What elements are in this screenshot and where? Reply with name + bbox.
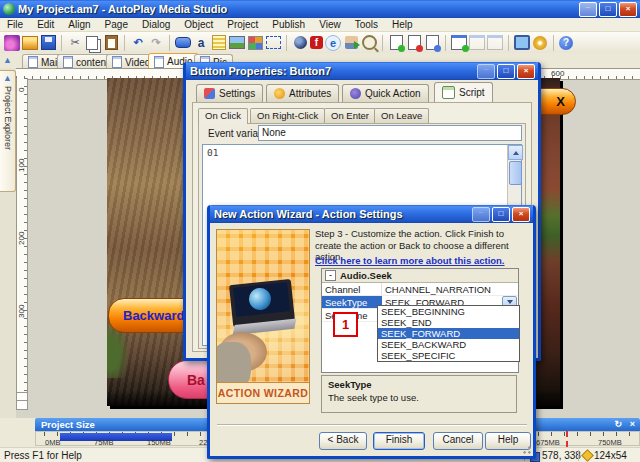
close-button[interactable] bbox=[512, 207, 530, 222]
preview-icon[interactable] bbox=[514, 35, 530, 50]
menu-object[interactable]: Object bbox=[177, 19, 220, 30]
toolbar-separator bbox=[286, 35, 287, 51]
maximize-button[interactable] bbox=[492, 207, 510, 222]
tab-on-click[interactable]: On Click bbox=[198, 108, 248, 124]
new-action-wizard-dialog: New Action Wizard - Action Settings ACTI… bbox=[207, 205, 536, 459]
project-explorer-tab[interactable]: ▲ Project Explorer bbox=[0, 70, 16, 192]
redo-icon[interactable] bbox=[148, 35, 164, 51]
project-explorer-icon: ▲ bbox=[3, 73, 12, 83]
scroll-up-icon[interactable] bbox=[508, 145, 523, 160]
preview-page-icon[interactable] bbox=[426, 35, 439, 50]
web-object-icon[interactable] bbox=[325, 35, 341, 51]
button-properties-title: Button Properties: Button7 bbox=[186, 65, 477, 77]
slideshow-object-icon[interactable] bbox=[345, 36, 358, 49]
property-row-channel[interactable]: Channel CHANNEL_NARRATION bbox=[322, 283, 518, 296]
menu-file[interactable]: File bbox=[0, 19, 30, 30]
resize-grip[interactable] bbox=[523, 446, 531, 454]
copy-icon[interactable] bbox=[86, 36, 98, 50]
gauge-label: 75MB bbox=[94, 438, 114, 447]
minimize-button[interactable] bbox=[477, 64, 495, 79]
label-object-icon[interactable] bbox=[193, 35, 209, 51]
project-pane-toggle-icon[interactable]: ▲ bbox=[3, 55, 12, 65]
property-group-header[interactable]: - Audio.Seek bbox=[322, 269, 518, 283]
add-page-icon[interactable] bbox=[390, 35, 403, 50]
option-seek-end[interactable]: SEEK_END bbox=[378, 317, 519, 328]
collapse-icon[interactable]: - bbox=[325, 270, 336, 281]
autohide-pin-icon[interactable]: ↻ bbox=[614, 419, 622, 429]
paste-icon[interactable] bbox=[105, 35, 118, 50]
ruler-label-300: 300 bbox=[17, 305, 26, 318]
remove-page-icon[interactable] bbox=[408, 35, 421, 50]
menu-align[interactable]: Align bbox=[61, 19, 97, 30]
wizard-titlebar[interactable]: New Action Wizard - Action Settings bbox=[210, 205, 533, 223]
status-separator bbox=[578, 450, 579, 461]
build-icon[interactable] bbox=[533, 36, 547, 50]
ruler-label-600: 600 bbox=[551, 69, 564, 78]
menu-page[interactable]: Page bbox=[98, 19, 135, 30]
flash-object-icon[interactable] bbox=[310, 36, 323, 49]
settings-tab-icon bbox=[204, 88, 215, 99]
menu-view[interactable]: View bbox=[312, 19, 348, 30]
option-seek-forward[interactable]: SEEK_FORWARD bbox=[378, 328, 519, 339]
menu-help[interactable]: Help bbox=[385, 19, 420, 30]
open-icon[interactable] bbox=[22, 36, 38, 50]
ruler-label-200: 200 bbox=[17, 232, 26, 245]
richtext-object-icon[interactable] bbox=[248, 36, 263, 50]
tab-settings[interactable]: Settings bbox=[196, 84, 263, 102]
tab-on-enter[interactable]: On Enter bbox=[324, 108, 376, 123]
cancel-button[interactable]: Cancel bbox=[433, 432, 483, 450]
tab-on-right-click[interactable]: On Right-Click bbox=[250, 108, 325, 123]
menu-tools[interactable]: Tools bbox=[348, 19, 385, 30]
scroll-corner-box[interactable] bbox=[16, 400, 28, 410]
event-variables-field[interactable]: None bbox=[258, 125, 522, 141]
help-icon[interactable] bbox=[559, 36, 573, 50]
minimize-button[interactable] bbox=[579, 2, 597, 17]
remove-dialog-icon bbox=[469, 35, 485, 50]
status-position: 578, 338 bbox=[542, 450, 581, 461]
button-object-icon[interactable] bbox=[175, 37, 191, 48]
tab-attributes[interactable]: Attributes bbox=[266, 84, 339, 102]
scrollbar-thumb[interactable] bbox=[509, 161, 522, 185]
minimize-button[interactable] bbox=[472, 207, 490, 222]
menu-dialog[interactable]: Dialog bbox=[135, 19, 177, 30]
toolbar bbox=[0, 32, 640, 54]
option-seek-backward[interactable]: SEEK_BACKWARD bbox=[378, 339, 519, 350]
image-object-icon[interactable] bbox=[229, 36, 245, 49]
learn-more-link[interactable]: Click here to learn more about this acti… bbox=[315, 255, 505, 266]
option-seek-beginning[interactable]: SEEK_BEGINNING bbox=[378, 306, 519, 317]
tab-on-leave[interactable]: On Leave bbox=[374, 108, 429, 123]
toolbar-separator bbox=[508, 35, 509, 51]
zoom-icon[interactable] bbox=[362, 35, 377, 50]
maximize-button[interactable] bbox=[497, 64, 515, 79]
save-icon[interactable] bbox=[41, 35, 56, 50]
toolbar-separator bbox=[61, 35, 62, 51]
button-properties-titlebar[interactable]: Button Properties: Button7 bbox=[186, 62, 538, 80]
finish-button[interactable]: Finish bbox=[373, 432, 425, 450]
application-window: My Project.am7 - AutoPlay Media Studio F… bbox=[0, 0, 640, 462]
property-description-box: SeekType The seek type to use. bbox=[321, 375, 517, 413]
close-button[interactable] bbox=[619, 2, 637, 17]
cut-icon[interactable] bbox=[67, 35, 83, 51]
restore-button[interactable] bbox=[599, 2, 617, 17]
window-title: My Project.am7 - AutoPlay Media Studio bbox=[0, 3, 579, 15]
size-icon bbox=[581, 449, 594, 462]
panel-close-icon[interactable]: × bbox=[630, 419, 635, 429]
tab-script[interactable]: Script bbox=[434, 82, 493, 102]
undo-icon[interactable] bbox=[130, 35, 146, 51]
toolbar-separator bbox=[169, 35, 170, 51]
back-button[interactable]: < Back bbox=[319, 432, 367, 450]
option-seek-specific[interactable]: SEEK_SPECIFIC bbox=[378, 350, 519, 361]
menu-project[interactable]: Project bbox=[220, 19, 265, 30]
status-help-text: Press F1 for Help bbox=[4, 450, 82, 461]
menu-edit[interactable]: Edit bbox=[30, 19, 61, 30]
close-button[interactable] bbox=[517, 64, 535, 79]
script-line-number: 01 bbox=[203, 145, 521, 160]
add-dialog-icon[interactable] bbox=[451, 35, 467, 50]
video-object-icon[interactable] bbox=[294, 36, 307, 49]
hotspot-object-icon[interactable] bbox=[266, 36, 281, 49]
tab-quick-action[interactable]: Quick Action bbox=[342, 84, 429, 102]
menu-publish[interactable]: Publish bbox=[265, 19, 312, 30]
new-action-wizard-icon[interactable] bbox=[4, 35, 20, 51]
paragraph-object-icon[interactable] bbox=[212, 35, 226, 50]
page-icon bbox=[63, 56, 73, 68]
